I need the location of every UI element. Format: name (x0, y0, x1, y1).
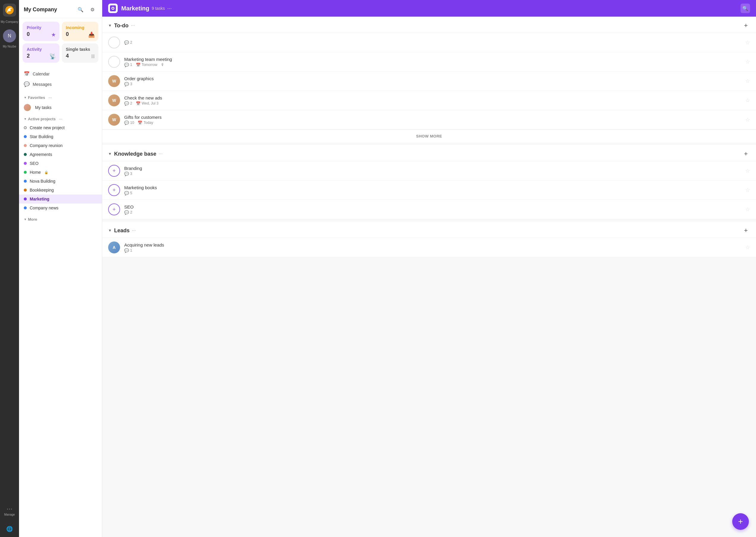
todo-add-button[interactable]: + (742, 21, 750, 30)
todo-chevron[interactable]: ▼ (108, 23, 112, 28)
more-label: More (28, 217, 37, 222)
task-star-button[interactable]: ☆ (745, 206, 750, 213)
task-row[interactable]: + Branding 💬 3 ☆ (102, 161, 756, 181)
task-date: 📅 Tomorrow (136, 63, 157, 67)
task-meta: 💬 1 (124, 248, 742, 253)
manage-item[interactable]: ⋯ Manage (3, 504, 16, 517)
project-name: Home (30, 170, 41, 175)
my-tasks-label: My tasks (35, 105, 51, 110)
project-dot (24, 162, 27, 165)
task-star-button[interactable]: ☆ (745, 78, 750, 84)
project-dot (24, 197, 27, 200)
project-marketing[interactable]: Marketing (19, 194, 102, 203)
comment-count: 💬 2 (124, 40, 132, 45)
comment-count: 💬 2 (124, 101, 132, 106)
task-meta: 💬 1 📅 Tomorrow 🎙 (124, 63, 742, 67)
task-row[interactable]: W Gifts for customers 💬 10 📅 Today (102, 110, 756, 130)
calendar-icon: 📅 (136, 63, 141, 67)
task-mic: 🎙 (161, 63, 164, 67)
comment-count: 💬 3 (124, 82, 132, 86)
task-row[interactable]: 💬 2 ☆ (102, 33, 756, 52)
favorites-chevron: ▼ (24, 96, 27, 99)
priority-widget[interactable]: Priority 0 ★ (22, 22, 60, 41)
sidebar: My Company 🔍 ⚙ Priority 0 ★ Incoming 0 📥… (19, 0, 102, 537)
dots-icon: ⁝⁝ (91, 53, 95, 60)
project-star-building[interactable]: Star Building (19, 132, 102, 141)
project-company-reunion[interactable]: Company reunion (19, 141, 102, 150)
create-project-label: Create new project (30, 125, 65, 130)
project-home[interactable]: Home 🔒 (19, 168, 102, 177)
task-row[interactable]: W Order graphics 💬 3 ☆ (102, 71, 756, 91)
active-projects-label: Active projects (28, 117, 56, 121)
knowledge-base-add-button[interactable]: + (742, 150, 750, 158)
project-agreements[interactable]: Agreements (19, 150, 102, 159)
project-dot (24, 144, 27, 147)
task-star-button[interactable]: ☆ (745, 97, 750, 103)
project-company-news[interactable]: Company news (19, 203, 102, 212)
task-star-button[interactable]: ☆ (745, 187, 750, 193)
task-body: Order graphics 💬 3 (124, 76, 742, 86)
task-row[interactable]: W Check the new ads 💬 2 📅 Wed, Jul 3 (102, 91, 756, 110)
sidebar-search-button[interactable]: 🔍 (76, 5, 85, 14)
project-name: Marketing (30, 197, 49, 201)
show-more-button[interactable]: SHOW MORE (102, 130, 756, 143)
lock-icon: 🔒 (44, 171, 48, 174)
task-avatar: + (108, 184, 120, 196)
widget-grid: Priority 0 ★ Incoming 0 📥 Activity 2 📡 S… (19, 18, 102, 66)
my-tasks-item[interactable]: My tasks (19, 102, 102, 113)
project-dot (24, 188, 27, 191)
settings-item[interactable]: 🌐 (5, 524, 14, 533)
task-title: Order graphics (124, 76, 742, 81)
messages-nav-item[interactable]: 💬 Messages (19, 79, 102, 89)
project-seo[interactable]: SEO (19, 159, 102, 168)
single-tasks-widget[interactable]: Single tasks 4 ⁝⁝ (62, 43, 99, 63)
active-projects-chevron: ▼ (24, 117, 27, 121)
knowledge-base-group-dots[interactable]: ··· (159, 151, 162, 156)
knowledge-base-chevron[interactable]: ▼ (108, 152, 112, 156)
task-row[interactable]: A Acquiring new leads 💬 1 ☆ (102, 238, 756, 257)
task-avatar: W (108, 75, 120, 87)
create-project-item[interactable]: + Create new project (19, 123, 102, 132)
svg-point-4 (112, 8, 114, 9)
fab-button[interactable]: + (732, 513, 749, 530)
todo-group-dots[interactable]: ··· (131, 23, 135, 28)
comment-count: 💬 1 (124, 63, 132, 67)
top-bar-dots-button[interactable]: ··· (167, 5, 172, 12)
todo-group-header: ▼ To-do ··· + (102, 17, 756, 33)
task-title: Marketing team meeting (124, 57, 742, 62)
leads-chevron[interactable]: ▼ (108, 228, 112, 232)
task-meta: 💬 10 📅 Today (124, 121, 742, 125)
messages-label: Messages (33, 82, 52, 87)
task-star-button[interactable]: ☆ (745, 39, 750, 46)
comment-icon: 💬 (124, 40, 129, 45)
todo-group-title: To-do (114, 22, 129, 29)
leads-group-dots[interactable]: ··· (132, 228, 136, 233)
task-row[interactable]: Marketing team meeting 💬 1 📅 Tomorrow 🎙 (102, 52, 756, 71)
incoming-widget[interactable]: Incoming 0 📥 (62, 22, 99, 41)
top-bar-search-button[interactable]: 🔍 (740, 4, 750, 13)
task-star-button[interactable]: ☆ (745, 59, 750, 65)
calendar-nav-item[interactable]: 📅 Calendar (19, 68, 102, 79)
project-name: Company news (30, 206, 59, 210)
project-bookkeeping[interactable]: Bookkeeping (19, 186, 102, 194)
task-row[interactable]: + SEO 💬 2 ☆ (102, 200, 756, 219)
task-title: Branding (124, 166, 742, 171)
single-tasks-label: Single tasks (66, 47, 95, 52)
task-row[interactable]: + Marketing books 💬 5 ☆ (102, 181, 756, 200)
knowledge-base-group-title: Knowledge base (114, 151, 156, 157)
comment-icon: 💬 (124, 210, 129, 215)
task-star-button[interactable]: ☆ (745, 168, 750, 174)
user-avatar[interactable]: N (3, 29, 16, 42)
task-star-button[interactable]: ☆ (745, 116, 750, 123)
leads-add-button[interactable]: + (742, 226, 750, 235)
comment-icon: 💬 (124, 172, 129, 176)
sidebar-settings-button[interactable]: ⚙ (88, 5, 97, 14)
app-logo[interactable] (3, 4, 16, 17)
activity-widget[interactable]: Activity 2 📡 (22, 43, 60, 63)
active-projects-more-button[interactable]: ··· (57, 115, 64, 122)
favorites-label: Favorites (28, 95, 45, 100)
project-nova-building[interactable]: Nova Building (19, 177, 102, 186)
task-star-button[interactable]: ☆ (745, 244, 750, 251)
favorites-more-button[interactable]: ··· (47, 94, 54, 101)
project-dot (24, 171, 27, 174)
